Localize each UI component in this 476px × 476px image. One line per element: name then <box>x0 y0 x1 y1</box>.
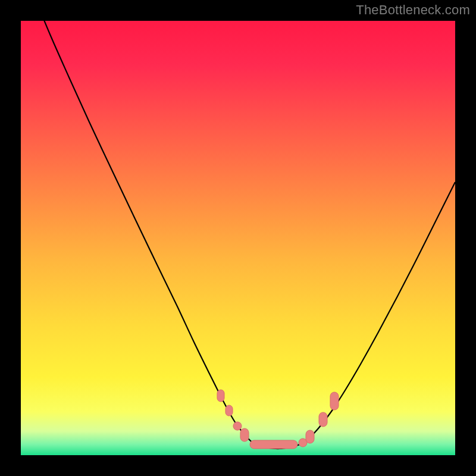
curve-marker <box>240 428 249 441</box>
curve-marker <box>306 430 314 443</box>
chart-container: TheBottleneck.com <box>0 0 476 476</box>
curve-marker <box>330 392 339 410</box>
curve-marker <box>226 405 233 416</box>
curve-marker <box>217 390 224 402</box>
gradient-background <box>21 21 455 455</box>
watermark-text: TheBottleneck.com <box>356 2 470 18</box>
bottleneck-chart <box>0 0 476 476</box>
curve-marker <box>319 412 327 427</box>
curve-marker <box>250 440 298 449</box>
curve-marker <box>233 422 242 430</box>
